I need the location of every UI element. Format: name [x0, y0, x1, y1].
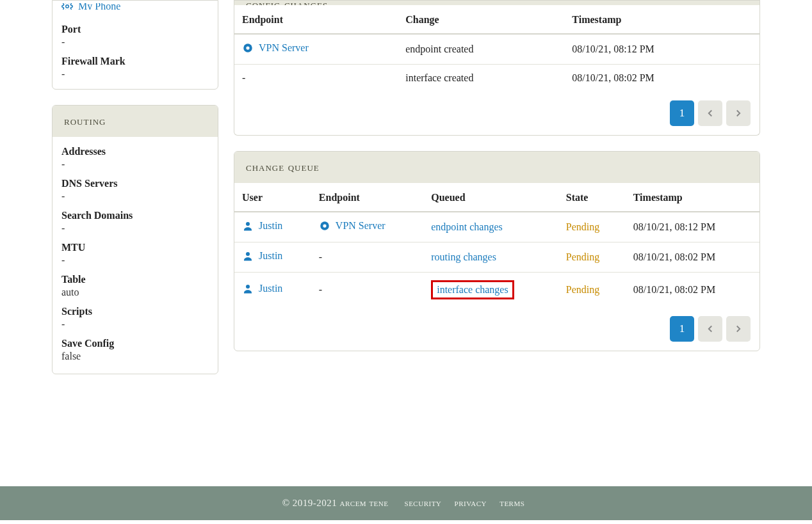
change-text: endpoint created	[405, 44, 473, 54]
timestamp-text: 08/10/21, 08:02 PM	[633, 284, 715, 295]
table-row: Justin-interface changesPending08/10/21,…	[234, 273, 759, 308]
sidebar: My Phone Port - Firewall Mark - routing …	[52, 0, 218, 390]
routing-card: routing Addresses - DNS Servers - Search…	[52, 105, 218, 374]
page-next-button[interactable]	[726, 100, 751, 126]
endpoint-name: VPN Server	[259, 42, 309, 54]
change-queue-card: change queue User Endpoint Queued State …	[234, 151, 760, 351]
search-domains-value: -	[61, 223, 209, 234]
dns-servers-label: DNS Servers	[61, 178, 209, 189]
main-content: config changes Endpoint Change Timestamp…	[234, 0, 760, 367]
endpoint-name: -	[242, 72, 245, 83]
highlight-box: interface changes	[431, 280, 514, 299]
timestamp-text: 08/10/21, 08:02 PM	[572, 72, 654, 83]
svg-point-3	[246, 222, 250, 226]
svg-point-0	[66, 5, 69, 8]
user-name: Justin	[259, 283, 282, 294]
config-changes-table: Endpoint Change Timestamp VPN Serverendp…	[234, 5, 759, 91]
firewall-mark-label: Firewall Mark	[61, 56, 209, 67]
chevron-left-icon	[704, 323, 716, 335]
endpoint-name: -	[319, 284, 322, 295]
col-state: State	[558, 183, 626, 212]
queued-link[interactable]: interface changes	[437, 284, 508, 295]
device-link-label: My Phone	[78, 3, 120, 10]
save-config-value: false	[61, 351, 209, 362]
chevron-left-icon	[704, 107, 716, 119]
page-prev-button[interactable]	[698, 316, 722, 342]
timestamp-text: 08/10/21, 08:02 PM	[633, 251, 715, 262]
footer-link-security[interactable]: security	[405, 498, 442, 508]
config-changes-pagination: 1	[234, 91, 759, 135]
chevron-right-icon	[733, 323, 744, 335]
state-text: Pending	[566, 221, 599, 232]
routing-header: routing	[53, 106, 218, 137]
col-endpoint: Endpoint	[311, 183, 423, 212]
port-label: Port	[61, 24, 209, 35]
config-changes-header: config changes	[234, 0, 760, 5]
user-link[interactable]: Justin	[242, 283, 282, 294]
svg-point-5	[323, 224, 326, 227]
svg-point-7	[246, 285, 250, 289]
firewall-mark-value: -	[61, 68, 209, 80]
endpoint-icon	[319, 220, 330, 232]
col-timestamp: Timestamp	[564, 5, 759, 34]
col-queued: Queued	[423, 183, 558, 212]
user-name: Justin	[259, 250, 282, 262]
user-icon	[242, 283, 254, 294]
endpoint-icon	[242, 42, 254, 54]
table-row: VPN Serverendpoint created08/10/21, 08:1…	[234, 34, 759, 65]
gear-icon	[61, 3, 73, 10]
addresses-label: Addresses	[61, 146, 209, 157]
endpoint-link[interactable]: VPN Server	[242, 42, 309, 54]
state-text: Pending	[566, 251, 599, 262]
mtu-label: MTU	[61, 242, 209, 253]
dns-servers-value: -	[61, 191, 209, 202]
device-link-my-phone[interactable]: My Phone	[61, 3, 120, 10]
sidebar-top-card: My Phone Port - Firewall Mark -	[52, 0, 218, 90]
queued-link[interactable]: routing changes	[431, 251, 496, 262]
table-value: auto	[61, 287, 209, 298]
page-prev-button[interactable]	[698, 100, 722, 126]
user-icon	[242, 220, 254, 232]
config-changes-card: Endpoint Change Timestamp VPN Serverendp…	[234, 5, 760, 136]
endpoint-name: -	[319, 251, 322, 262]
mtu-value: -	[61, 255, 209, 266]
timestamp-text: 08/10/21, 08:12 PM	[633, 221, 715, 232]
endpoint-name: VPN Server	[336, 220, 386, 232]
col-user: User	[234, 183, 311, 212]
scripts-value: -	[61, 319, 209, 330]
col-change: Change	[398, 5, 564, 34]
scripts-label: Scripts	[61, 306, 209, 317]
footer-link-terms[interactable]: terms	[499, 498, 524, 508]
table-label: Table	[61, 274, 209, 285]
timestamp-text: 08/10/21, 08:12 PM	[572, 44, 654, 54]
col-endpoint: Endpoint	[234, 5, 398, 34]
state-text: Pending	[566, 284, 599, 295]
change-text: interface created	[405, 72, 473, 83]
footer-copyright: © 2019-2021 arcem tene	[282, 498, 389, 508]
user-link[interactable]: Justin	[242, 250, 282, 262]
user-name: Justin	[259, 220, 282, 232]
svg-point-6	[246, 252, 250, 256]
user-icon	[242, 250, 254, 262]
table-row: JustinVPN Serverendpoint changesPending0…	[234, 212, 759, 242]
change-queue-header: change queue	[234, 152, 759, 183]
user-link[interactable]: Justin	[242, 220, 282, 232]
change-queue-table: User Endpoint Queued State Timestamp Jus…	[234, 183, 759, 307]
page-next-button[interactable]	[726, 316, 751, 342]
col-timestamp: Timestamp	[626, 183, 759, 212]
page-1-button[interactable]: 1	[670, 100, 694, 126]
addresses-value: -	[61, 159, 209, 170]
footer-link-privacy[interactable]: privacy	[455, 498, 487, 508]
table-row: Justin-routing changesPending08/10/21, 0…	[234, 242, 759, 273]
table-row: -interface created08/10/21, 08:02 PM	[234, 65, 759, 92]
endpoint-link[interactable]: VPN Server	[319, 220, 386, 232]
svg-point-2	[246, 46, 249, 49]
chevron-right-icon	[733, 107, 744, 119]
port-value: -	[61, 36, 209, 48]
queued-link[interactable]: endpoint changes	[431, 221, 503, 232]
footer: © 2019-2021 arcem tene security privacy …	[0, 486, 812, 520]
save-config-label: Save Config	[61, 338, 209, 349]
search-domains-label: Search Domains	[61, 210, 209, 221]
page-1-button[interactable]: 1	[670, 316, 694, 342]
change-queue-pagination: 1	[234, 307, 759, 351]
